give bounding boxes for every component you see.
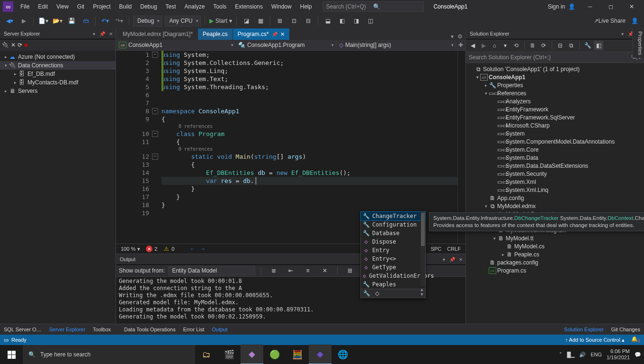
se-sync-icon[interactable]: ▾ <box>501 41 510 50</box>
solution-item[interactable]: ▭▭EntityFramework <box>466 105 644 113</box>
source-control-button[interactable]: ↑ Add to Source Control ▴ <box>565 337 625 343</box>
undo-button[interactable]: ↶▾ <box>98 16 112 26</box>
server-tree-item[interactable]: ▾🔌Data Connections <box>0 61 116 70</box>
output-tb-icon[interactable]: ⇤ <box>284 265 297 276</box>
refresh-icon[interactable]: ✕ <box>11 42 16 48</box>
taskbar-search[interactable]: 🔍 Type here to search <box>23 345 195 364</box>
server-tree-item[interactable]: ▸🖥Servers <box>0 87 116 95</box>
warnings-chip[interactable]: ⚠0 <box>160 244 177 254</box>
menu-git[interactable]: Git <box>73 1 89 12</box>
solution-item[interactable]: 🗎packages.config <box>466 258 644 266</box>
save-all-button[interactable]: 🗃 <box>79 16 92 26</box>
window-menu-button[interactable]: ▾ <box>618 31 626 36</box>
nav-back[interactable]: ← <box>187 244 197 254</box>
solution-item[interactable]: ▭▭System.ComponentModel.DataAnnotations <box>466 137 644 146</box>
solution-item[interactable]: ▭▭System.Core <box>466 146 644 154</box>
solution-item[interactable]: ▭▭System.Data.DataSetExtensions <box>466 162 644 170</box>
doc-tab[interactable]: Program.cs*📌✕ <box>233 28 289 40</box>
solution-item[interactable]: ▭▭Analyzers <box>466 97 644 105</box>
solution-item[interactable]: ▭▭System.Xml.Linq <box>466 186 644 194</box>
global-search[interactable]: Search (Ctrl+Q) 🔍 <box>322 1 424 12</box>
nav-project[interactable]: c#ConsoleApp1 <box>116 40 235 50</box>
intelli-item[interactable]: ◇GetType <box>361 263 425 272</box>
solution-item[interactable]: ▸🔧Properties <box>466 81 644 89</box>
zoom-chip[interactable]: 100 % ▾ <box>118 244 143 254</box>
close-button[interactable]: ✕ <box>621 0 642 13</box>
se-properties-icon[interactable]: 🔧 <box>583 41 592 50</box>
sign-in-link[interactable]: Sign in 👤 <box>544 1 580 12</box>
solution-item[interactable]: ▭▭System.Xml <box>466 178 644 186</box>
se-back[interactable]: ◀ <box>468 41 477 50</box>
intelli-item[interactable]: 🔧Database <box>361 229 425 237</box>
taskbar-app-icon[interactable]: 🟢 <box>263 345 286 364</box>
tool-window-tab[interactable]: Output <box>208 325 231 334</box>
solution-item[interactable]: c#Program.cs <box>466 266 644 274</box>
se-home-icon[interactable]: ⌂ <box>490 41 499 50</box>
se-preview-icon[interactable]: ◧ <box>594 41 603 50</box>
menu-file[interactable]: File <box>16 1 34 12</box>
taskbar-app-icon[interactable]: 🧮 <box>286 345 309 364</box>
solution-item[interactable]: ⧉Solution 'ConsoleApp1' (1 of 1 project) <box>466 65 644 73</box>
solution-item[interactable]: 🗎MyModel.cs <box>466 242 644 250</box>
menu-edit[interactable]: Edit <box>34 1 52 12</box>
tool-window-tab[interactable]: Toolbox <box>89 325 115 334</box>
tab-overflow-button[interactable]: ▾ <box>451 33 454 40</box>
server-tree-item[interactable]: ▸☁Azure (Not connected) <box>0 53 116 61</box>
errors-chip[interactable]: ✕2 <box>143 244 160 254</box>
tb-icon[interactable]: ◫ <box>364 16 377 26</box>
tool-window-tab[interactable]: SQL Server O… <box>0 325 45 334</box>
intellisense-popup[interactable]: 🔧ChangeTracker🔧Configuration🔧Database◇Di… <box>360 211 426 298</box>
live-share-button[interactable]: ↗ Live Share <box>592 16 627 26</box>
tb-icon[interactable]: ⊞ <box>273 16 286 26</box>
tray-clock[interactable]: 6:06 PM1/19/2021 <box>607 348 630 361</box>
solution-item[interactable]: ▸🗎Peaple.cs <box>466 250 644 258</box>
taskbar-chrome-icon[interactable]: 🌐 <box>331 345 354 364</box>
tray-notifications-icon[interactable]: 💬 <box>635 352 641 358</box>
nav-fwd[interactable]: → <box>197 244 208 254</box>
output-source-dropdown[interactable]: Entity Data Model <box>169 266 255 275</box>
output-tb-icon[interactable]: ≡ <box>301 265 314 276</box>
se-fwd[interactable]: ▶ <box>479 41 488 50</box>
se-collapse-icon[interactable]: ⊟ <box>555 41 565 50</box>
solution-item[interactable]: ▾⧉MyModel.edmx <box>466 202 644 210</box>
solution-item[interactable]: ▭▭System.Data <box>466 154 644 162</box>
tab-gear-icon[interactable]: ⚙ <box>457 33 463 40</box>
open-button[interactable]: 📂▾ <box>51 16 64 26</box>
tb-icon[interactable]: ◧ <box>335 16 349 26</box>
menu-window[interactable]: Window <box>267 1 296 12</box>
save-button[interactable]: 💾 <box>65 16 78 26</box>
split-editor-button[interactable]: ✚ <box>456 40 465 50</box>
pin-button[interactable]: 📌 <box>98 31 106 36</box>
properties-vert-tab[interactable]: Properties <box>632 28 644 58</box>
notifications-icon[interactable]: 🔔2 <box>631 336 640 343</box>
tray-volume-icon[interactable]: 🔊 <box>579 352 586 358</box>
start-button[interactable] <box>0 345 23 364</box>
redo-button[interactable]: ↷▾ <box>113 16 126 26</box>
output-tb-icon[interactable]: ≣ <box>267 265 280 276</box>
solution-item[interactable]: ▾🗎MyModel.tt <box>466 234 644 242</box>
tb-icon[interactable]: ⊡ <box>287 16 301 26</box>
intelli-item[interactable]: 🔧Peaples <box>361 280 425 289</box>
window-menu-button[interactable]: ▾ <box>440 257 447 262</box>
doc-tab[interactable]: Peaple.cs <box>198 28 233 40</box>
intelli-item[interactable]: ◇Dispose <box>361 237 425 246</box>
intelli-item[interactable]: 🔧ChangeTracker <box>361 212 425 220</box>
solution-item[interactable]: 🗎App.config <box>466 194 644 202</box>
se-refresh-icon[interactable]: ⟳ <box>539 41 548 50</box>
tray-lang[interactable]: ENG <box>590 352 602 357</box>
taskbar-vs-icon[interactable]: ◆ <box>309 345 331 364</box>
connect-icon[interactable]: 🔌 <box>2 42 9 48</box>
se-sync-icon[interactable]: ⟲ <box>511 41 521 50</box>
tool-window-tab[interactable]: Data Tools Operations <box>120 325 179 334</box>
menu-debug[interactable]: Debug <box>136 1 161 12</box>
menu-view[interactable]: View <box>52 1 73 12</box>
tb-icon[interactable]: ◨ <box>349 16 363 26</box>
tb-icon[interactable]: ⬓ <box>321 16 334 26</box>
intellisense-scrollbar[interactable] <box>420 212 425 286</box>
nav-class[interactable]: 🔩ConsoleApp1.Program <box>235 40 336 50</box>
menu-extensions[interactable]: Extensions <box>231 1 267 12</box>
menu-help[interactable]: Help <box>296 1 316 12</box>
server-tree-item[interactable]: ▸🗄MyContacts-DB.mdf <box>0 78 116 87</box>
solution-item[interactable]: ▾▭▭References <box>466 89 644 97</box>
server-tree-item[interactable]: ▸🗄Ef_DB.mdf <box>0 70 116 78</box>
